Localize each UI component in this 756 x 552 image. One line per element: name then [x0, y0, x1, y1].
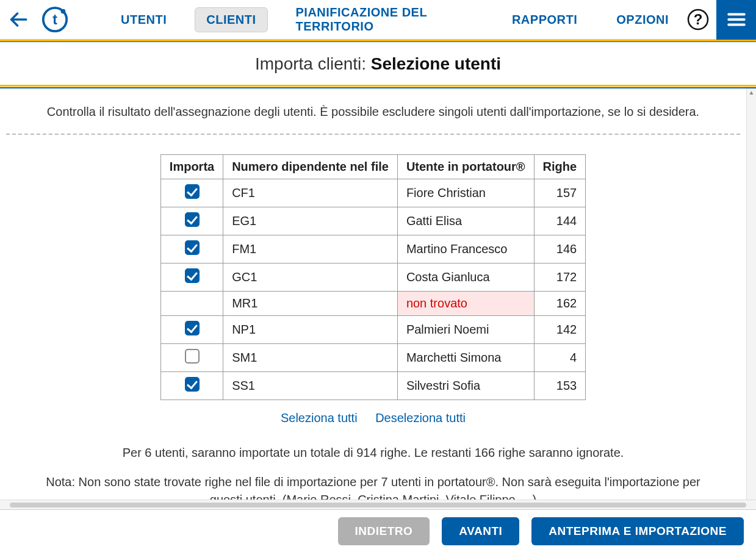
cell-rows-count: 142	[534, 316, 586, 344]
col-header-rows: Righe	[534, 155, 586, 179]
cell-user: Costa Gianluca	[397, 263, 534, 292]
table-row: EG1Gatti Elisa144	[160, 207, 585, 235]
cell-user: non trovato	[397, 292, 534, 316]
cell-rows-count: 172	[534, 263, 586, 292]
scroll-thumb[interactable]	[10, 503, 746, 507]
cell-emp-no: NP1	[223, 316, 398, 344]
cell-user: Martino Francesco	[397, 235, 534, 263]
cell-emp-no: EG1	[223, 207, 398, 235]
cell-import-checkbox	[160, 207, 223, 235]
import-checkbox[interactable]	[185, 184, 200, 199]
col-header-emp-no: Numero dipendente nel file	[223, 155, 398, 179]
table-row: GC1Costa Gianluca172	[160, 263, 585, 292]
select-links: Seleziona tutti Deseleziona tutti	[6, 411, 740, 425]
deselect-all-link[interactable]: Deseleziona tutti	[375, 411, 466, 425]
svg-text:?: ?	[694, 11, 703, 27]
cell-user: Palmieri Noemi	[397, 316, 534, 344]
nav-item-clienti[interactable]: CLIENTI	[195, 7, 267, 32]
cell-rows-count: 157	[534, 179, 586, 207]
col-header-user: Utente in portatour®	[397, 155, 534, 179]
cell-rows-count: 153	[534, 372, 586, 400]
horizontal-scrollbar[interactable]	[0, 500, 756, 509]
app-logo[interactable]: t	[37, 5, 73, 34]
hamburger-icon	[726, 9, 747, 30]
cell-import-checkbox	[160, 292, 223, 316]
table-row: FM1Martino Francesco146	[160, 235, 585, 263]
table-row: SM1Marchetti Simona4	[160, 344, 585, 372]
cell-user: Gatti Elisa	[397, 207, 534, 235]
cell-import-checkbox	[160, 263, 223, 292]
cell-user: Silvestri Sofia	[397, 372, 534, 400]
import-checkbox[interactable]	[185, 377, 200, 392]
page-title-prefix: Importa clienti:	[255, 54, 371, 73]
cell-user: Fiore Christian	[397, 179, 534, 207]
back-button[interactable]: INDIETRO	[338, 517, 430, 545]
select-all-link[interactable]: Seleziona tutti	[281, 411, 358, 425]
top-nav: t UTENTI CLIENTI PIANIFICAZIONE DEL TERR…	[0, 0, 756, 40]
content-wrap: Controlla il risultato dell'assegnazione…	[0, 87, 756, 500]
nav-item-opzioni[interactable]: OPZIONI	[605, 8, 680, 32]
table-row: NP1Palmieri Noemi142	[160, 316, 585, 344]
table-row: CF1Fiore Christian157	[160, 179, 585, 207]
cell-emp-no: FM1	[223, 235, 398, 263]
arrow-left-icon	[8, 9, 29, 30]
cell-rows-count: 4	[534, 344, 586, 372]
import-summary: Per 6 utenti, saranno importate un total…	[6, 446, 740, 460]
cell-user: Marchetti Simona	[397, 344, 534, 372]
cell-rows-count: 144	[534, 207, 586, 235]
import-checkbox[interactable]	[185, 212, 200, 227]
col-header-import: Importa	[160, 155, 223, 179]
nav-item-pianificazione[interactable]: PIANIFICAZIONE DEL TERRITORIO	[285, 1, 484, 38]
import-checkbox[interactable]	[185, 240, 200, 255]
scroll-up-icon[interactable]: ▲	[749, 89, 755, 96]
vertical-scrollbar[interactable]: ▲	[746, 87, 756, 500]
svg-point-2	[61, 9, 66, 14]
logo-icon: t	[41, 5, 69, 34]
svg-text:t: t	[52, 12, 57, 27]
main-content: Controlla il risultato dell'assegnazione…	[0, 87, 746, 500]
cell-import-checkbox	[160, 179, 223, 207]
table-row: SS1Silvestri Sofia153	[160, 372, 585, 400]
help-button[interactable]: ?	[680, 9, 716, 30]
user-import-table: Importa Numero dipendente nel file Utent…	[160, 154, 586, 400]
page-title-band: Importa clienti: Selezione utenti	[0, 41, 756, 87]
nav-item-utenti[interactable]: UTENTI	[110, 8, 178, 32]
cell-emp-no: GC1	[223, 263, 398, 292]
dashed-divider	[6, 134, 740, 135]
cell-import-checkbox	[160, 316, 223, 344]
preview-import-button[interactable]: ANTEPRIMA E IMPORTAZIONE	[531, 517, 744, 545]
cell-rows-count: 162	[534, 292, 586, 316]
nav-item-rapporti[interactable]: RAPPORTI	[501, 8, 588, 32]
cell-emp-no: MR1	[223, 292, 398, 316]
table-header-row: Importa Numero dipendente nel file Utent…	[160, 155, 585, 179]
cell-emp-no: CF1	[223, 179, 398, 207]
cell-emp-no: SS1	[223, 372, 398, 400]
table-row: MR1non trovato162	[160, 292, 585, 316]
back-arrow-button[interactable]	[0, 9, 37, 30]
import-checkbox[interactable]	[185, 349, 200, 364]
import-checkbox[interactable]	[185, 321, 200, 335]
instruction-text: Controlla il risultato dell'assegnazione…	[6, 105, 740, 119]
next-button[interactable]: AVANTI	[442, 517, 519, 545]
cell-import-checkbox	[160, 344, 223, 372]
cell-rows-count: 146	[534, 235, 586, 263]
cell-import-checkbox	[160, 372, 223, 400]
import-note: Nota: Non sono state trovate righe nel f…	[6, 473, 740, 500]
import-checkbox[interactable]	[185, 268, 200, 283]
cell-emp-no: SM1	[223, 344, 398, 372]
help-icon: ?	[687, 9, 709, 30]
hamburger-menu-button[interactable]	[716, 0, 756, 40]
cell-import-checkbox	[160, 235, 223, 263]
bottom-button-bar: INDIETRO AVANTI ANTEPRIMA E IMPORTAZIONE	[0, 509, 756, 552]
page-title: Selezione utenti	[371, 54, 501, 73]
nav-links: UTENTI CLIENTI PIANIFICAZIONE DEL TERRIT…	[110, 1, 680, 38]
